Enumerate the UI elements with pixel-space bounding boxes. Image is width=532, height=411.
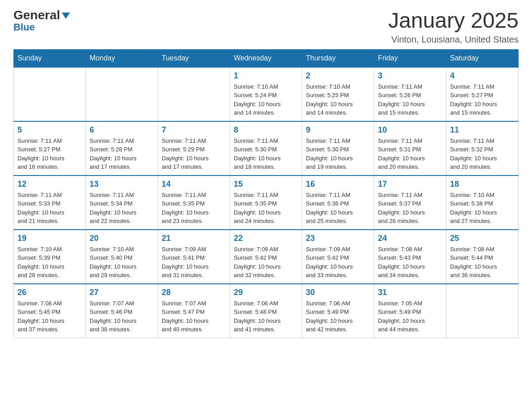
day-number: 13 [90, 180, 154, 189]
table-row: 15Sunrise: 7:11 AMSunset: 5:35 PMDayligh… [230, 176, 302, 230]
calendar-subtitle: Vinton, Louisiana, United States [388, 34, 519, 45]
day-info: Sunrise: 7:11 AMSunset: 5:30 PMDaylight:… [234, 137, 298, 171]
day-info: Sunrise: 7:11 AMSunset: 5:30 PMDaylight:… [306, 137, 370, 171]
day-info: Sunrise: 7:11 AMSunset: 5:26 PMDaylight:… [378, 82, 442, 117]
day-info: Sunrise: 7:08 AMSunset: 5:44 PMDaylight:… [450, 245, 515, 280]
day-number: 14 [162, 180, 226, 189]
table-row: 11Sunrise: 7:11 AMSunset: 5:32 PMDayligh… [446, 121, 519, 176]
day-info: Sunrise: 7:11 AMSunset: 5:27 PMDaylight:… [450, 82, 515, 117]
day-number: 16 [306, 180, 370, 189]
week-row: 12Sunrise: 7:11 AMSunset: 5:33 PMDayligh… [14, 176, 519, 230]
logo-blue: Blue [13, 22, 35, 32]
table-row: 6Sunrise: 7:11 AMSunset: 5:28 PMDaylight… [86, 121, 158, 176]
table-row: 2Sunrise: 7:10 AMSunset: 5:25 PMDaylight… [302, 67, 374, 121]
day-number: 1 [234, 71, 298, 81]
table-row: 18Sunrise: 7:10 AMSunset: 5:38 PMDayligh… [446, 176, 519, 230]
table-row [446, 284, 519, 338]
week-row: 5Sunrise: 7:11 AMSunset: 5:27 PMDaylight… [14, 121, 519, 176]
day-info: Sunrise: 7:11 AMSunset: 5:35 PMDaylight:… [234, 191, 298, 226]
week-row: 19Sunrise: 7:10 AMSunset: 5:39 PMDayligh… [14, 230, 519, 284]
day-number: 31 [378, 288, 442, 297]
col-thursday: Thursday [302, 49, 374, 67]
day-number: 4 [450, 71, 515, 81]
day-info: Sunrise: 7:10 AMSunset: 5:38 PMDaylight:… [450, 191, 515, 226]
day-number: 18 [450, 180, 515, 189]
table-row: 28Sunrise: 7:07 AMSunset: 5:47 PMDayligh… [158, 284, 230, 338]
logo-triangle-icon [61, 12, 71, 20]
table-row: 31Sunrise: 7:05 AMSunset: 5:49 PMDayligh… [374, 284, 446, 338]
table-row: 26Sunrise: 7:08 AMSunset: 5:45 PMDayligh… [14, 284, 86, 338]
table-row: 12Sunrise: 7:11 AMSunset: 5:33 PMDayligh… [14, 176, 86, 230]
day-number: 25 [450, 234, 515, 243]
logo: General Blue [13, 9, 71, 32]
calendar-header-row: Sunday Monday Tuesday Wednesday Thursday… [14, 49, 519, 67]
table-row: 27Sunrise: 7:07 AMSunset: 5:46 PMDayligh… [86, 284, 158, 338]
day-info: Sunrise: 7:11 AMSunset: 5:29 PMDaylight:… [162, 137, 226, 171]
table-row: 10Sunrise: 7:11 AMSunset: 5:31 PMDayligh… [374, 121, 446, 176]
day-number: 19 [17, 234, 82, 243]
table-row: 22Sunrise: 7:09 AMSunset: 5:42 PMDayligh… [230, 230, 302, 284]
table-row: 9Sunrise: 7:11 AMSunset: 5:30 PMDaylight… [302, 121, 374, 176]
day-number: 10 [378, 125, 442, 135]
day-number: 21 [162, 234, 226, 243]
day-info: Sunrise: 7:10 AMSunset: 5:40 PMDaylight:… [90, 245, 154, 280]
table-row: 5Sunrise: 7:11 AMSunset: 5:27 PMDaylight… [14, 121, 86, 176]
day-info: Sunrise: 7:10 AMSunset: 5:24 PMDaylight:… [234, 82, 298, 117]
day-info: Sunrise: 7:06 AMSunset: 5:49 PMDaylight:… [306, 299, 370, 334]
table-row: 8Sunrise: 7:11 AMSunset: 5:30 PMDaylight… [230, 121, 302, 176]
table-row: 4Sunrise: 7:11 AMSunset: 5:27 PMDaylight… [446, 67, 519, 121]
table-row [86, 67, 158, 121]
day-info: Sunrise: 7:09 AMSunset: 5:42 PMDaylight:… [234, 245, 298, 280]
day-info: Sunrise: 7:08 AMSunset: 5:43 PMDaylight:… [378, 245, 442, 280]
table-row: 7Sunrise: 7:11 AMSunset: 5:29 PMDaylight… [158, 121, 230, 176]
day-info: Sunrise: 7:06 AMSunset: 5:48 PMDaylight:… [234, 299, 298, 334]
table-row: 16Sunrise: 7:11 AMSunset: 5:36 PMDayligh… [302, 176, 374, 230]
day-info: Sunrise: 7:11 AMSunset: 5:28 PMDaylight:… [90, 137, 154, 171]
logo-general: General [13, 9, 60, 21]
day-info: Sunrise: 7:11 AMSunset: 5:37 PMDaylight:… [378, 191, 442, 226]
day-number: 26 [17, 288, 82, 297]
day-number: 15 [234, 180, 298, 189]
day-number: 23 [306, 234, 370, 243]
table-row: 17Sunrise: 7:11 AMSunset: 5:37 PMDayligh… [374, 176, 446, 230]
day-number: 9 [306, 125, 370, 135]
table-row [14, 67, 86, 121]
day-number: 29 [234, 288, 298, 297]
svg-marker-0 [62, 13, 70, 19]
day-number: 17 [378, 180, 442, 189]
day-info: Sunrise: 7:07 AMSunset: 5:46 PMDaylight:… [90, 299, 154, 334]
table-row: 20Sunrise: 7:10 AMSunset: 5:40 PMDayligh… [86, 230, 158, 284]
table-row: 13Sunrise: 7:11 AMSunset: 5:34 PMDayligh… [86, 176, 158, 230]
table-row [158, 67, 230, 121]
day-number: 12 [17, 180, 82, 189]
table-row: 23Sunrise: 7:09 AMSunset: 5:42 PMDayligh… [302, 230, 374, 284]
day-info: Sunrise: 7:11 AMSunset: 5:33 PMDaylight:… [17, 191, 82, 226]
day-number: 5 [17, 125, 82, 135]
table-row: 29Sunrise: 7:06 AMSunset: 5:48 PMDayligh… [230, 284, 302, 338]
day-info: Sunrise: 7:11 AMSunset: 5:27 PMDaylight:… [17, 137, 82, 171]
table-row: 25Sunrise: 7:08 AMSunset: 5:44 PMDayligh… [446, 230, 519, 284]
day-number: 24 [378, 234, 442, 243]
table-row: 30Sunrise: 7:06 AMSunset: 5:49 PMDayligh… [302, 284, 374, 338]
day-number: 20 [90, 234, 154, 243]
table-row: 14Sunrise: 7:11 AMSunset: 5:35 PMDayligh… [158, 176, 230, 230]
day-info: Sunrise: 7:11 AMSunset: 5:35 PMDaylight:… [162, 191, 226, 226]
day-number: 30 [306, 288, 370, 297]
calendar-title: January 2025 [388, 9, 519, 33]
day-info: Sunrise: 7:11 AMSunset: 5:36 PMDaylight:… [306, 191, 370, 226]
day-number: 28 [162, 288, 226, 297]
day-number: 2 [306, 71, 370, 81]
col-tuesday: Tuesday [158, 49, 230, 67]
day-number: 11 [450, 125, 515, 135]
day-info: Sunrise: 7:09 AMSunset: 5:41 PMDaylight:… [162, 245, 226, 280]
title-block: January 2025 Vinton, Louisiana, United S… [388, 9, 519, 45]
week-row: 26Sunrise: 7:08 AMSunset: 5:45 PMDayligh… [14, 284, 519, 338]
day-info: Sunrise: 7:10 AMSunset: 5:39 PMDaylight:… [17, 245, 82, 280]
day-number: 27 [90, 288, 154, 297]
col-wednesday: Wednesday [230, 49, 302, 67]
col-monday: Monday [86, 49, 158, 67]
day-info: Sunrise: 7:10 AMSunset: 5:25 PMDaylight:… [306, 82, 370, 117]
col-sunday: Sunday [14, 49, 86, 67]
day-info: Sunrise: 7:11 AMSunset: 5:34 PMDaylight:… [90, 191, 154, 226]
week-row: 1Sunrise: 7:10 AMSunset: 5:24 PMDaylight… [14, 67, 519, 121]
